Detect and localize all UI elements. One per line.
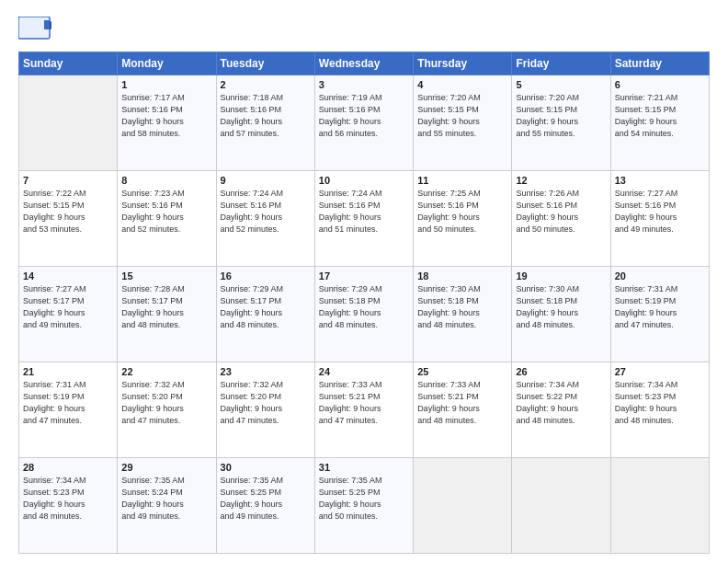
- day-info: Sunrise: 7:30 AM Sunset: 5:18 PM Dayligh…: [417, 283, 507, 331]
- calendar-cell: 21Sunrise: 7:31 AM Sunset: 5:19 PM Dayli…: [19, 362, 118, 458]
- day-number: 24: [319, 366, 409, 377]
- day-number: 17: [319, 270, 409, 282]
- calendar-cell: 2Sunrise: 7:18 AM Sunset: 5:16 PM Daylig…: [216, 75, 314, 171]
- day-info: Sunrise: 7:31 AM Sunset: 5:19 PM Dayligh…: [615, 283, 705, 331]
- day-info: Sunrise: 7:20 AM Sunset: 5:15 PM Dayligh…: [516, 92, 606, 140]
- day-number: 29: [121, 462, 211, 473]
- calendar-header-monday: Monday: [118, 52, 216, 75]
- calendar-cell: 3Sunrise: 7:19 AM Sunset: 5:16 PM Daylig…: [314, 75, 413, 171]
- calendar-header-sunday: Sunday: [19, 52, 118, 75]
- day-number: 27: [615, 366, 705, 377]
- calendar-header-saturday: Saturday: [610, 52, 709, 75]
- calendar-week-4: 21Sunrise: 7:31 AM Sunset: 5:19 PM Dayli…: [19, 362, 710, 458]
- day-info: Sunrise: 7:29 AM Sunset: 5:18 PM Dayligh…: [319, 283, 409, 331]
- calendar-cell: 20Sunrise: 7:31 AM Sunset: 5:19 PM Dayli…: [610, 267, 709, 362]
- calendar-cell: 23Sunrise: 7:32 AM Sunset: 5:20 PM Dayli…: [216, 362, 314, 458]
- day-info: Sunrise: 7:34 AM Sunset: 5:23 PM Dayligh…: [23, 475, 113, 523]
- day-info: Sunrise: 7:35 AM Sunset: 5:25 PM Dayligh…: [221, 475, 311, 523]
- header: [18, 17, 710, 46]
- calendar-cell: 25Sunrise: 7:33 AM Sunset: 5:21 PM Dayli…: [414, 362, 512, 458]
- day-number: 18: [417, 270, 507, 282]
- day-info: Sunrise: 7:24 AM Sunset: 5:16 PM Dayligh…: [221, 188, 311, 236]
- page: SundayMondayTuesdayWednesdayThursdayFrid…: [0, 0, 728, 563]
- day-number: 15: [121, 270, 211, 282]
- day-number: 28: [23, 462, 113, 473]
- day-info: Sunrise: 7:35 AM Sunset: 5:24 PM Dayligh…: [121, 475, 211, 523]
- day-number: 30: [221, 462, 311, 473]
- svg-marker-3: [50, 20, 51, 29]
- day-number: 14: [23, 270, 113, 282]
- day-number: 16: [221, 270, 311, 282]
- calendar-header-tuesday: Tuesday: [216, 52, 314, 75]
- calendar-cell: [610, 458, 709, 554]
- day-number: 12: [516, 175, 606, 186]
- day-info: Sunrise: 7:33 AM Sunset: 5:21 PM Dayligh…: [417, 379, 507, 427]
- calendar-cell: 19Sunrise: 7:30 AM Sunset: 5:18 PM Dayli…: [512, 267, 610, 362]
- calendar-cell: [414, 458, 512, 554]
- calendar-cell: 31Sunrise: 7:35 AM Sunset: 5:25 PM Dayli…: [314, 458, 413, 554]
- day-info: Sunrise: 7:18 AM Sunset: 5:16 PM Dayligh…: [221, 92, 311, 140]
- calendar-cell: 12Sunrise: 7:26 AM Sunset: 5:16 PM Dayli…: [512, 171, 610, 267]
- day-info: Sunrise: 7:20 AM Sunset: 5:15 PM Dayligh…: [417, 92, 507, 140]
- day-number: 8: [121, 175, 211, 186]
- svg-marker-2: [44, 20, 50, 29]
- day-number: 10: [319, 175, 409, 186]
- day-info: Sunrise: 7:25 AM Sunset: 5:16 PM Dayligh…: [417, 188, 507, 236]
- calendar-week-3: 14Sunrise: 7:27 AM Sunset: 5:17 PM Dayli…: [19, 267, 710, 362]
- calendar-cell: 28Sunrise: 7:34 AM Sunset: 5:23 PM Dayli…: [19, 458, 118, 554]
- day-info: Sunrise: 7:26 AM Sunset: 5:16 PM Dayligh…: [516, 188, 606, 236]
- day-info: Sunrise: 7:31 AM Sunset: 5:19 PM Dayligh…: [23, 379, 113, 427]
- day-number: 5: [516, 79, 606, 90]
- day-number: 22: [121, 366, 211, 377]
- day-info: Sunrise: 7:32 AM Sunset: 5:20 PM Dayligh…: [121, 379, 211, 427]
- logo-icon: [18, 17, 51, 46]
- day-info: Sunrise: 7:21 AM Sunset: 5:15 PM Dayligh…: [615, 92, 705, 140]
- day-number: 20: [615, 270, 705, 282]
- calendar-cell: 29Sunrise: 7:35 AM Sunset: 5:24 PM Dayli…: [118, 458, 216, 554]
- calendar-header-friday: Friday: [512, 52, 610, 75]
- day-number: 6: [615, 79, 705, 90]
- calendar-cell: 5Sunrise: 7:20 AM Sunset: 5:15 PM Daylig…: [512, 75, 610, 171]
- day-info: Sunrise: 7:24 AM Sunset: 5:16 PM Dayligh…: [319, 188, 409, 236]
- day-info: Sunrise: 7:34 AM Sunset: 5:23 PM Dayligh…: [615, 379, 705, 427]
- calendar-header-wednesday: Wednesday: [314, 52, 413, 75]
- day-info: Sunrise: 7:30 AM Sunset: 5:18 PM Dayligh…: [516, 283, 606, 331]
- calendar-cell: 6Sunrise: 7:21 AM Sunset: 5:15 PM Daylig…: [610, 75, 709, 171]
- calendar-cell: 13Sunrise: 7:27 AM Sunset: 5:16 PM Dayli…: [610, 171, 709, 267]
- calendar-header-row: SundayMondayTuesdayWednesdayThursdayFrid…: [19, 52, 710, 75]
- day-number: 9: [221, 175, 311, 186]
- day-info: Sunrise: 7:22 AM Sunset: 5:15 PM Dayligh…: [23, 188, 113, 236]
- day-info: Sunrise: 7:33 AM Sunset: 5:21 PM Dayligh…: [319, 379, 409, 427]
- day-number: 4: [417, 79, 507, 90]
- calendar-cell: 11Sunrise: 7:25 AM Sunset: 5:16 PM Dayli…: [414, 171, 512, 267]
- day-info: Sunrise: 7:19 AM Sunset: 5:16 PM Dayligh…: [319, 92, 409, 140]
- day-info: Sunrise: 7:32 AM Sunset: 5:20 PM Dayligh…: [221, 379, 311, 427]
- day-info: Sunrise: 7:34 AM Sunset: 5:22 PM Dayligh…: [516, 379, 606, 427]
- calendar-cell: 15Sunrise: 7:28 AM Sunset: 5:17 PM Dayli…: [118, 267, 216, 362]
- day-number: 3: [319, 79, 409, 90]
- calendar-table: SundayMondayTuesdayWednesdayThursdayFrid…: [18, 52, 710, 554]
- calendar-cell: 4Sunrise: 7:20 AM Sunset: 5:15 PM Daylig…: [414, 75, 512, 171]
- calendar-cell: 10Sunrise: 7:24 AM Sunset: 5:16 PM Dayli…: [314, 171, 413, 267]
- day-info: Sunrise: 7:27 AM Sunset: 5:17 PM Dayligh…: [23, 283, 113, 331]
- day-info: Sunrise: 7:23 AM Sunset: 5:16 PM Dayligh…: [121, 188, 211, 236]
- day-number: 7: [23, 175, 113, 186]
- calendar-cell: 16Sunrise: 7:29 AM Sunset: 5:17 PM Dayli…: [216, 267, 314, 362]
- day-number: 2: [221, 79, 311, 90]
- calendar-cell: 9Sunrise: 7:24 AM Sunset: 5:16 PM Daylig…: [216, 171, 314, 267]
- day-info: Sunrise: 7:29 AM Sunset: 5:17 PM Dayligh…: [221, 283, 311, 331]
- day-info: Sunrise: 7:17 AM Sunset: 5:16 PM Dayligh…: [121, 92, 211, 140]
- calendar-cell: [19, 75, 118, 171]
- day-number: 1: [121, 79, 211, 90]
- calendar-week-1: 1Sunrise: 7:17 AM Sunset: 5:16 PM Daylig…: [19, 75, 710, 171]
- calendar-cell: [512, 458, 610, 554]
- day-number: 31: [319, 462, 409, 473]
- calendar-cell: 26Sunrise: 7:34 AM Sunset: 5:22 PM Dayli…: [512, 362, 610, 458]
- day-number: 11: [417, 175, 507, 186]
- day-info: Sunrise: 7:28 AM Sunset: 5:17 PM Dayligh…: [121, 283, 211, 331]
- calendar-header-thursday: Thursday: [414, 52, 512, 75]
- calendar-cell: 7Sunrise: 7:22 AM Sunset: 5:15 PM Daylig…: [19, 171, 118, 267]
- calendar-cell: 18Sunrise: 7:30 AM Sunset: 5:18 PM Dayli…: [414, 267, 512, 362]
- day-number: 23: [221, 366, 311, 377]
- calendar-cell: 30Sunrise: 7:35 AM Sunset: 5:25 PM Dayli…: [216, 458, 314, 554]
